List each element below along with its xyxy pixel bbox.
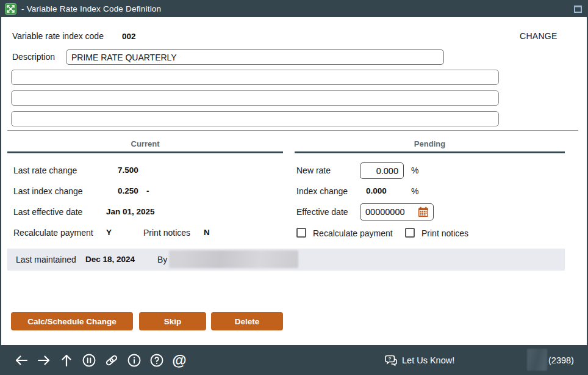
- description-label: Description: [12, 52, 55, 62]
- feedback-link[interactable]: ? Let Us Know!: [384, 354, 454, 366]
- current-print-notices-value: N: [204, 228, 210, 237]
- title-bar: - Variable Rate Index Code Definition: [0, 0, 588, 17]
- description-line4-input[interactable]: [11, 111, 499, 126]
- pending-section-header: Pending: [295, 139, 565, 148]
- session-count: (2398): [548, 355, 574, 365]
- effective-date-label: Effective date: [296, 207, 348, 217]
- description-line3-input[interactable]: [11, 90, 499, 106]
- maximize-icon[interactable]: [574, 5, 582, 13]
- forward-arrow-icon[interactable]: [36, 352, 52, 368]
- pending-index-change-label: Index change: [296, 186, 348, 196]
- pending-section-rule: [295, 151, 565, 153]
- svg-text:?: ?: [389, 356, 392, 362]
- last-index-change-value: 0.250: [118, 186, 138, 195]
- new-rate-input[interactable]: [360, 162, 404, 179]
- last-maintained-date: Dec 18, 2024: [85, 255, 135, 264]
- code-label: Variable rate index code: [12, 31, 104, 41]
- pending-index-change-value: 0.000: [366, 186, 387, 195]
- skip-button[interactable]: Skip: [139, 312, 206, 330]
- last-index-change-label: Last index change: [13, 186, 83, 196]
- window-title: - Variable Rate Index Code Definition: [21, 4, 161, 13]
- last-rate-change-value: 7.500: [118, 166, 138, 175]
- link-icon[interactable]: [104, 352, 120, 368]
- nav-icon-group: @: [13, 352, 187, 368]
- last-effective-date-value: Jan 01, 2025: [106, 207, 155, 216]
- current-section-header: Current: [7, 139, 283, 148]
- back-arrow-icon[interactable]: [13, 352, 29, 368]
- last-index-change-sign: -: [146, 186, 149, 195]
- last-maintained-user-redacted: [169, 250, 298, 268]
- mode-indicator: CHANGE: [520, 31, 558, 41]
- current-print-notices-label: Print notices: [143, 228, 190, 238]
- description-input[interactable]: [66, 49, 444, 65]
- calc-schedule-change-button[interactable]: Calc/Schedule Change: [11, 312, 133, 330]
- pause-icon[interactable]: [81, 352, 97, 368]
- help-icon[interactable]: [149, 352, 165, 368]
- user-id-redacted: [527, 349, 547, 371]
- at-mention-icon[interactable]: @: [171, 352, 187, 368]
- current-section-rule: [7, 151, 283, 153]
- new-rate-percent-label: %: [411, 166, 418, 175]
- info-icon[interactable]: [126, 352, 142, 368]
- form-content: Variable rate index code 002 CHANGE Desc…: [1, 17, 587, 345]
- last-maintained-label: Last maintained: [16, 255, 76, 264]
- up-arrow-icon[interactable]: [59, 352, 74, 368]
- pending-print-notices-label: Print notices: [421, 228, 468, 238]
- pending-recalculate-payment-checkbox[interactable]: [296, 228, 306, 238]
- new-rate-label: New rate: [296, 166, 331, 175]
- calendar-icon[interactable]: [418, 206, 429, 217]
- pending-index-change-percent-label: %: [411, 186, 418, 196]
- effective-date-field: [360, 203, 434, 220]
- last-maintained-by-label: By: [157, 255, 167, 264]
- chat-bubbles-icon: ?: [384, 354, 398, 366]
- code-value: 002: [122, 32, 136, 41]
- app-logo-icon: [5, 3, 16, 15]
- pending-print-notices-checkbox[interactable]: [405, 228, 415, 238]
- effective-date-input[interactable]: [360, 207, 418, 217]
- bottom-toolbar: @ ? Let Us Know! (2398): [0, 345, 588, 375]
- last-effective-date-label: Last effective date: [13, 207, 82, 217]
- current-recalculate-payment-label: Recalculate payment: [13, 228, 93, 238]
- app-window: - Variable Rate Index Code Definition Va…: [0, 0, 588, 375]
- current-recalculate-payment-value: Y: [106, 228, 112, 237]
- last-rate-change-label: Last rate change: [13, 166, 77, 175]
- feedback-label: Let Us Know!: [402, 355, 454, 365]
- delete-button[interactable]: Delete: [211, 312, 283, 330]
- pending-recalculate-payment-label: Recalculate payment: [313, 228, 393, 238]
- description-line2-input[interactable]: [11, 70, 499, 85]
- section-divider: [7, 130, 578, 131]
